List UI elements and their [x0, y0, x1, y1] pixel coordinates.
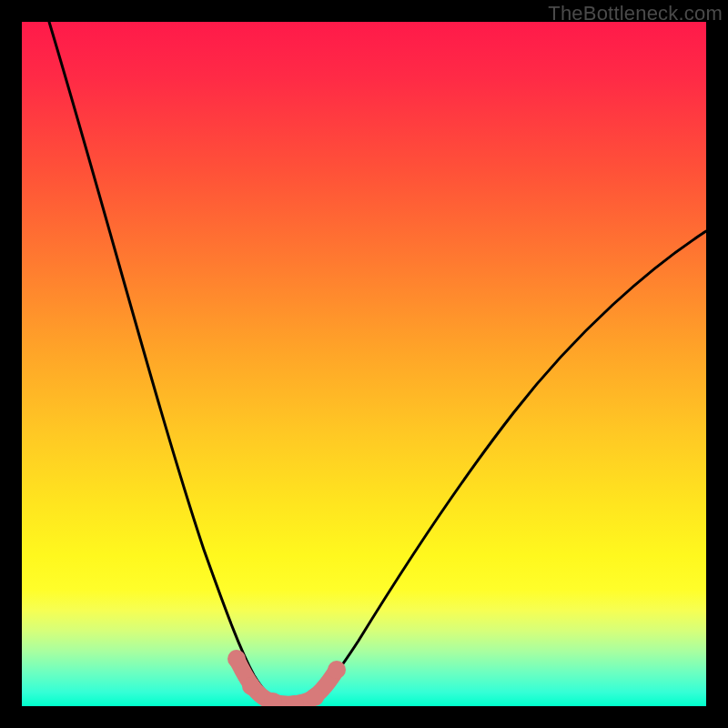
marker-dot [242, 677, 260, 695]
marker-dot [328, 661, 346, 679]
curve-path [49, 22, 706, 703]
watermark-text: TheBottleneck.com [548, 2, 723, 25]
chart-frame [22, 22, 706, 706]
bottleneck-curve [22, 22, 706, 706]
marker-dot [306, 688, 324, 706]
marker-dot [228, 650, 246, 668]
